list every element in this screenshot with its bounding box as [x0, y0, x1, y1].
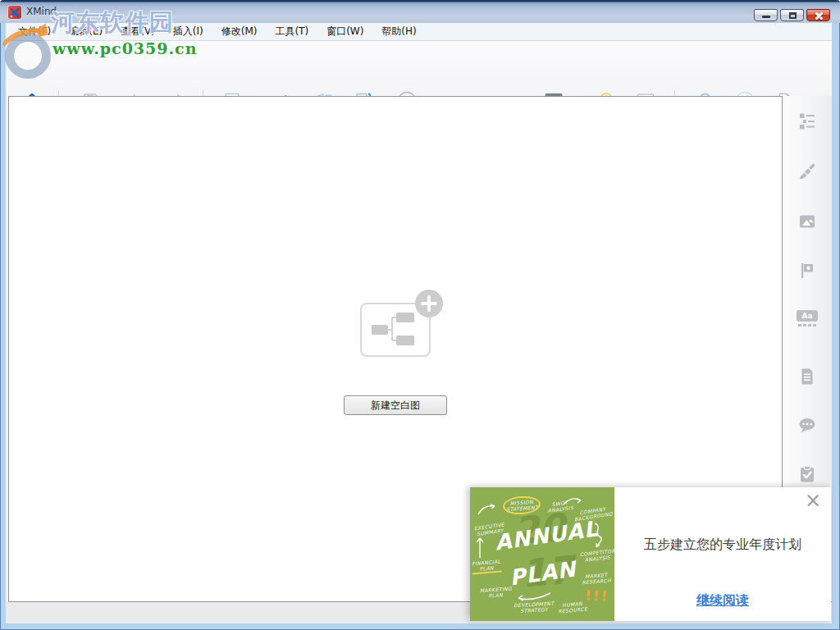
annual-plan-poster[interactable]: 20 17 MISSION STATEMENT SWOT ANALYSIS CO… — [470, 487, 614, 621]
menu-edit[interactable]: 编辑(E) — [60, 23, 112, 40]
poster-arrow-icon — [516, 591, 552, 604]
poster-word: COMPETITOR ANALYSIS — [579, 548, 614, 563]
xmind-app-icon — [8, 6, 21, 19]
main-toolbar — [6, 41, 832, 96]
popup-close-icon[interactable]: × — [805, 491, 821, 510]
menu-file[interactable]: 文件(F) — [9, 23, 60, 40]
minimize-button[interactable] — [754, 9, 778, 21]
window-title: XMind — [26, 6, 57, 17]
poster-exclaim: !!! — [584, 587, 609, 605]
poster-arrow-icon — [562, 494, 583, 509]
image-icon[interactable] — [797, 212, 817, 231]
poster-word: FINANCIAL PLAN — [471, 558, 501, 574]
format-brush-icon[interactable] — [797, 162, 817, 181]
continue-reading-link[interactable]: 继续阅读 — [614, 592, 831, 609]
task-info-icon[interactable] — [797, 464, 817, 484]
label-icon[interactable]: Aa — [797, 310, 818, 330]
menu-help[interactable]: 帮助(H) — [372, 23, 425, 40]
promo-popup: 20 17 MISSION STATEMENT SWOT ANALYSIS CO… — [470, 487, 831, 621]
marker-flag-icon[interactable] — [797, 261, 817, 281]
menu-tools[interactable]: 工具(T) — [266, 23, 317, 40]
menu-view[interactable]: 查看(V) — [112, 23, 164, 40]
poster-arrow-icon — [477, 500, 498, 517]
poster-word: MARKETING PLAN — [480, 586, 512, 600]
menu-window[interactable]: 窗口(W) — [317, 23, 372, 40]
poster-arrow-icon — [591, 522, 608, 550]
comment-icon[interactable] — [797, 416, 817, 436]
xmind-window: XMind 文件(F) 编辑(E) 查看(V) 插入(I) 修改(M) 工具(T… — [0, 0, 840, 630]
menu-modify[interactable]: 修改(M) — [212, 23, 267, 40]
title-bar[interactable]: XMind — [0, 0, 840, 23]
notes-icon[interactable] — [797, 367, 817, 386]
close-button[interactable] — [806, 9, 830, 21]
maximize-button[interactable] — [780, 9, 804, 21]
label-icon-text: Aa — [797, 310, 818, 322]
poster-word: MARKET RESEARCH — [580, 572, 614, 586]
poster-arrow-icon — [475, 535, 485, 559]
add-map-plus-icon[interactable] — [415, 290, 443, 317]
sheets-icon[interactable] — [797, 111, 817, 130]
menu-bar: 文件(F) 编辑(E) 查看(V) 插入(I) 修改(M) 工具(T) 窗口(W… — [6, 23, 832, 41]
new-blank-map-button[interactable]: 新建空白图 — [344, 395, 447, 415]
menu-insert[interactable]: 插入(I) — [164, 23, 212, 40]
popup-message: 五步建立您的专业年度计划 — [614, 536, 831, 554]
